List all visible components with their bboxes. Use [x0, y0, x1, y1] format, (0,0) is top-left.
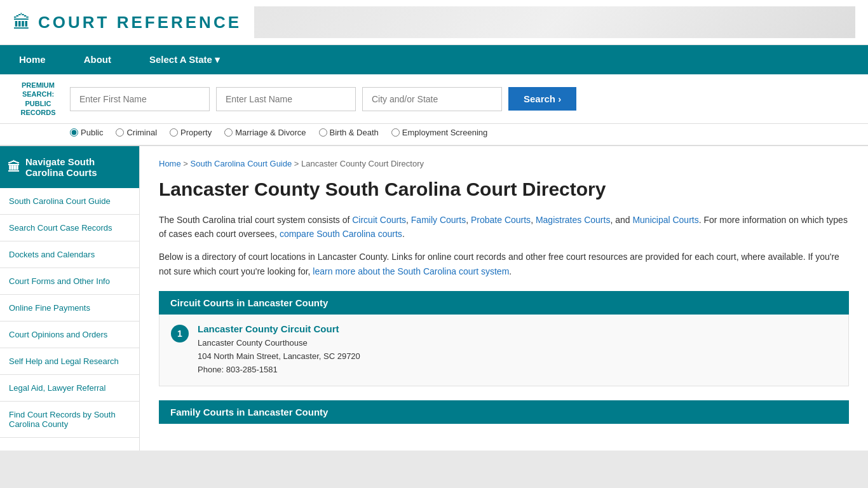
site-header: 🏛 COURT REFERENCE — [0, 0, 868, 45]
family-courts-section: Family Courts in Lancaster County — [159, 400, 849, 424]
court-info-circuit-1: Lancaster County Circuit Court Lancaster… — [198, 323, 360, 376]
court-number-1: 1 — [171, 325, 189, 342]
court-building-circuit-1: Lancaster County Courthouse — [198, 337, 360, 350]
sidebar-item-opinions[interactable]: Court Opinions and Orders — [0, 322, 139, 348]
city-input[interactable] — [362, 87, 502, 111]
sidebar: 🏛 Navigate South Carolina Courts South C… — [0, 146, 140, 450]
sidebar-item-find-records[interactable]: Find Court Records by South Carolina Cou… — [0, 402, 139, 438]
sidebar-item-search-records[interactable]: Search Court Case Records — [0, 215, 139, 241]
radio-bar: Public Criminal Property Marriage & Divo… — [0, 124, 868, 146]
last-name-input[interactable] — [216, 87, 356, 111]
nav-about[interactable]: About — [65, 45, 130, 74]
sidebar-item-forms[interactable]: Court Forms and Other Info — [0, 268, 139, 295]
court-entry-circuit-1: 1 Lancaster County Circuit Court Lancast… — [159, 315, 849, 386]
nav-select-state[interactable]: Select A State ▾ — [130, 45, 239, 74]
page-title: Lancaster County South Carolina Court Di… — [159, 177, 849, 201]
link-probate-courts[interactable]: Probate Courts — [471, 215, 531, 225]
sidebar-item-dockets[interactable]: Dockets and Calendars — [0, 241, 139, 268]
search-bar: PREMIUM SEARCH: PUBLIC RECORDS Search › — [0, 74, 868, 124]
link-circuit-courts[interactable]: Circuit Courts — [352, 215, 406, 225]
header-image — [254, 6, 855, 38]
court-phone-circuit-1: Phone: 803-285-1581 — [198, 363, 360, 377]
sidebar-item-sc-court-guide[interactable]: South Carolina Court Guide — [0, 188, 139, 215]
family-courts-header: Family Courts in Lancaster County — [159, 400, 849, 424]
logo-text: COURT REFERENCE — [38, 13, 241, 32]
link-family-courts[interactable]: Family Courts — [411, 215, 466, 225]
circuit-courts-header: Circuit Courts in Lancaster County — [159, 291, 849, 315]
radio-marriage[interactable]: Marriage & Divorce — [224, 128, 306, 137]
sidebar-item-legal-aid[interactable]: Legal Aid, Lawyer Referral — [0, 375, 139, 402]
breadcrumb-home[interactable]: Home — [159, 159, 181, 168]
breadcrumb-state-guide[interactable]: South Carolina Court Guide — [191, 159, 292, 168]
first-name-input[interactable] — [70, 87, 210, 111]
circuit-courts-section: Circuit Courts in Lancaster County 1 Lan… — [159, 291, 849, 386]
breadcrumb: Home > South Carolina Court Guide > Lanc… — [159, 159, 849, 168]
sidebar-item-self-help[interactable]: Self Help and Legal Research — [0, 348, 139, 375]
content-area: Home > South Carolina Court Guide > Lanc… — [140, 146, 868, 450]
court-address-circuit-1: 104 North Main Street, Lancaster, SC 297… — [198, 350, 360, 363]
premium-label: PREMIUM SEARCH: PUBLIC RECORDS — [13, 81, 64, 117]
radio-birth[interactable]: Birth & Death — [319, 128, 379, 137]
breadcrumb-current: Lancaster County Court Directory — [301, 159, 424, 168]
sidebar-item-fine-payments[interactable]: Online Fine Payments — [0, 295, 139, 322]
radio-public[interactable]: Public — [70, 128, 103, 137]
link-learn-more[interactable]: learn more about the South Carolina cour… — [313, 266, 509, 276]
radio-property[interactable]: Property — [170, 128, 212, 137]
main-wrapper: 🏛 Navigate South Carolina Courts South C… — [0, 146, 868, 450]
intro-paragraph-2: Below is a directory of court locations … — [159, 250, 849, 278]
radio-criminal[interactable]: Criminal — [116, 128, 157, 137]
main-nav: Home About Select A State ▾ — [0, 45, 868, 74]
sidebar-header-text: Navigate South Carolina Courts — [25, 156, 132, 178]
radio-employment[interactable]: Employment Screening — [391, 128, 487, 137]
sidebar-header: 🏛 Navigate South Carolina Courts — [0, 146, 139, 188]
link-compare-courts[interactable]: compare South Carolina courts — [280, 229, 402, 239]
intro-paragraph-1: The South Carolina trial court system co… — [159, 213, 849, 241]
court-name-circuit-1[interactable]: Lancaster County Circuit Court — [198, 323, 360, 334]
link-municipal-courts[interactable]: Municipal Courts — [632, 215, 698, 225]
nav-home[interactable]: Home — [0, 45, 65, 74]
sidebar-icon: 🏛 — [8, 160, 20, 175]
search-button[interactable]: Search › — [508, 87, 576, 111]
link-magistrates-courts[interactable]: Magistrates Courts — [536, 215, 610, 225]
logo-icon: 🏛 — [13, 12, 31, 33]
